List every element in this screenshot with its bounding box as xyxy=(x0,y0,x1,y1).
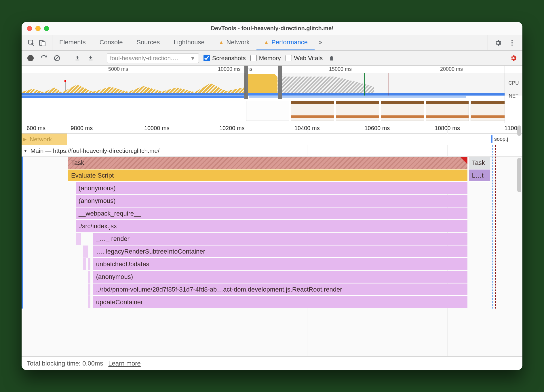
minimize-window-button[interactable] xyxy=(35,26,41,31)
svg-rect-8 xyxy=(89,60,93,60)
memory-checkbox-input[interactable] xyxy=(250,55,257,61)
network-track[interactable]: ▶ Network soop.j xyxy=(22,134,522,145)
overview-net-lane xyxy=(22,96,505,100)
tab-sources[interactable]: Sources xyxy=(130,35,167,50)
panel-tabs: Elements Console Sources Lighthouse ▲Net… xyxy=(22,35,522,51)
web-vitals-checkbox-input[interactable] xyxy=(286,55,292,61)
close-window-button[interactable] xyxy=(27,26,32,31)
overview-lane-labels: CPU NET xyxy=(505,66,522,123)
load-profile-button[interactable] xyxy=(73,54,82,62)
scrollbar-thumb[interactable] xyxy=(517,158,521,192)
window-controls xyxy=(27,26,49,31)
screenshots-checkbox-input[interactable] xyxy=(203,55,210,61)
flame-bar[interactable]: …. legacyRenderSubtreeIntoContainer xyxy=(93,246,468,258)
learn-more-link[interactable]: Learn more xyxy=(108,360,141,367)
chevron-down-icon: ▼ xyxy=(190,55,196,62)
kebab-menu-icon[interactable] xyxy=(508,39,516,47)
window-title: DevTools - foul-heavenly-direction.glitc… xyxy=(22,25,522,32)
clear-button[interactable] xyxy=(53,54,61,62)
timeline-overview[interactable]: 5000 ms 10000 ms ns 15000 ms 20000 ms xyxy=(22,66,522,123)
flame-bar[interactable]: (anonymous) xyxy=(93,271,468,283)
window-titlebar: DevTools - foul-heavenly-direction.glitc… xyxy=(22,22,522,35)
warning-icon: ▲ xyxy=(263,39,269,46)
flame-chart[interactable]: 600 ms 9800 ms 10000 ms 10200 ms 10400 m… xyxy=(22,123,522,356)
flame-bar-task[interactable]: Task xyxy=(469,157,490,169)
network-request-item[interactable]: soop.j xyxy=(491,135,517,143)
performance-toolbar: foul-heavenly-direction.… ▼ Screenshots … xyxy=(22,51,522,66)
settings-icon[interactable] xyxy=(494,39,502,47)
capture-settings-icon[interactable] xyxy=(509,54,518,62)
flame-bar-task[interactable]: Task xyxy=(68,157,467,169)
tab-overflow[interactable]: » xyxy=(315,35,326,50)
scrollbar-thumb[interactable] xyxy=(517,125,521,136)
reload-record-button[interactable] xyxy=(39,54,48,62)
svg-point-5 xyxy=(511,44,513,45)
warning-icon: ▲ xyxy=(218,39,224,46)
flame-bar[interactable]: (anonymous) xyxy=(76,182,467,194)
overview-screenshots xyxy=(22,100,505,123)
disclosure-triangle-icon[interactable]: ▼ xyxy=(23,148,28,153)
tab-performance[interactable]: ▲Performance xyxy=(256,35,315,50)
main-track[interactable]: ▼ Main — https://foul-heavenly-direction… xyxy=(22,145,522,309)
memory-checkbox[interactable]: Memory xyxy=(250,55,281,62)
devtools-window: DevTools - foul-heavenly-direction.glitc… xyxy=(22,22,522,370)
flame-bar[interactable]: (anonymous) xyxy=(76,195,467,207)
flame-bar[interactable]: unbatchedUpdates xyxy=(93,258,468,270)
device-toolbar-icon[interactable] xyxy=(38,39,46,47)
flame-ruler: 600 ms 9800 ms 10000 ms 10200 ms 10400 m… xyxy=(22,123,522,134)
svg-rect-7 xyxy=(76,60,79,60)
web-vitals-checkbox[interactable]: Web Vitals xyxy=(286,55,323,62)
svg-rect-2 xyxy=(42,41,45,46)
profile-select-value: foul-heavenly-direction.… xyxy=(110,55,187,62)
zoom-window-button[interactable] xyxy=(44,26,49,31)
flame-bar-layout[interactable]: L…t xyxy=(469,170,490,182)
flame-bar-evaluate-script[interactable]: Evaluate Script xyxy=(68,170,467,182)
overview-ruler: 5000 ms 10000 ms ns 15000 ms 20000 ms xyxy=(22,66,505,73)
flame-bar[interactable]: ../rbd/pnpm-volume/28d7f85f-31d7-4fd8-ab… xyxy=(93,283,468,296)
profile-select[interactable]: foul-heavenly-direction.… ▼ xyxy=(107,53,199,63)
record-button[interactable] xyxy=(26,54,35,62)
tab-elements[interactable]: Elements xyxy=(52,35,93,50)
flame-bar[interactable]: _…_ render xyxy=(93,233,468,245)
tab-lighthouse[interactable]: Lighthouse xyxy=(167,35,212,50)
tab-console[interactable]: Console xyxy=(93,35,130,50)
tab-network[interactable]: ▲Network xyxy=(212,35,256,50)
flame-bar[interactable]: updateContainer xyxy=(93,296,468,308)
main-track-label: Main — https://foul-heavenly-direction.g… xyxy=(31,147,159,154)
overview-cpu-lane xyxy=(22,73,505,96)
save-profile-button[interactable] xyxy=(86,54,95,62)
flame-bar[interactable]: ./src/index.jsx xyxy=(76,220,467,232)
screenshots-checkbox[interactable]: Screenshots xyxy=(203,55,246,62)
svg-point-3 xyxy=(511,40,513,41)
tab-list: Elements Console Sources Lighthouse ▲Net… xyxy=(52,35,488,50)
inspect-element-icon[interactable] xyxy=(27,39,35,47)
tbt-value: Total blocking time: 0.00ms xyxy=(27,360,103,367)
flame-bar[interactable]: __webpack_require__ xyxy=(76,208,467,220)
collect-garbage-button[interactable] xyxy=(327,54,336,62)
svg-point-4 xyxy=(511,42,513,43)
status-bar: Total blocking time: 0.00ms Learn more xyxy=(22,356,522,370)
